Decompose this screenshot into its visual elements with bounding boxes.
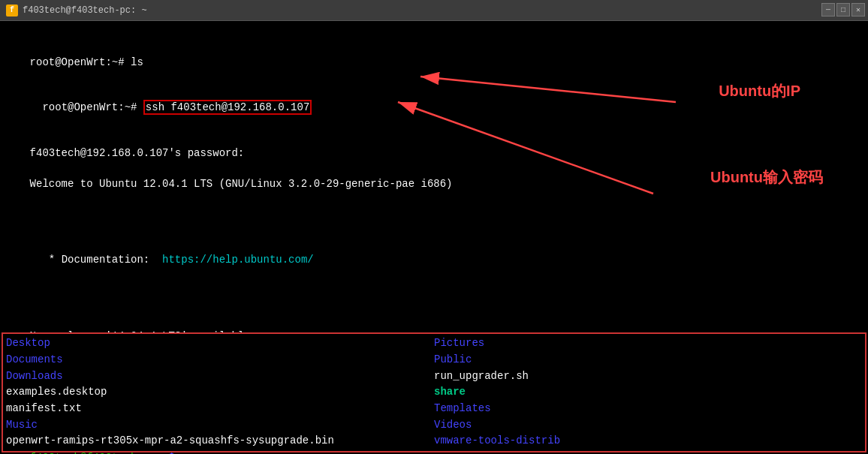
ls-item: Desktop <box>6 335 434 352</box>
ls-item: examples.desktop <box>6 384 434 401</box>
ls-item: openwrt-ramips-rt305x-mpr-a2-squashfs-sy… <box>6 433 434 449</box>
maximize-button[interactable]: □ <box>836 3 850 17</box>
ls-item: Templates <box>434 401 862 417</box>
titlebar: f f403tech@f403tech-pc: ~ ─ □ ✕ <box>0 0 868 21</box>
ls-item: manifest.txt <box>6 401 434 417</box>
ls-item: Pictures <box>434 335 862 352</box>
ls-item: Downloads <box>6 368 434 385</box>
ls-item: Public <box>434 352 862 368</box>
ls-output-box: Desktop Documents Downloads examples.des… <box>2 332 866 452</box>
ls-item: Documents <box>6 352 434 368</box>
minimize-button[interactable]: ─ <box>821 3 835 17</box>
close-button[interactable]: ✕ <box>851 3 865 17</box>
terminal: root@OpenWrt:~# ls root@OpenWrt:~# ssh f… <box>0 21 868 454</box>
ls-item: vmware-tools-distrib <box>434 433 862 449</box>
ls-item: Music <box>6 417 434 434</box>
line-6: * Documentation: https://help.ubuntu.com… <box>5 254 314 281</box>
line-3: f403tech@192.168.0.107's password: <box>30 147 245 159</box>
ls-item: Videos <box>434 417 862 434</box>
ls-item: share <box>434 384 862 401</box>
ls-col1: Desktop Documents Downloads examples.des… <box>6 335 434 449</box>
line-4: Welcome to Ubuntu 12.04.1 LTS (GNU/Linux… <box>30 178 453 190</box>
ls-col2: Pictures Public run_upgrader.sh share Te… <box>434 335 862 449</box>
titlebar-icon: f <box>6 5 18 17</box>
ls-item: run_upgrader.sh <box>434 368 862 385</box>
line-1: root@OpenWrt:~# ls <box>30 56 143 68</box>
line-2: root@OpenWrt:~# ssh f403tech@192.168.0.1… <box>5 100 312 128</box>
titlebar-title: f403tech@f403tech-pc: ~ <box>23 5 147 16</box>
